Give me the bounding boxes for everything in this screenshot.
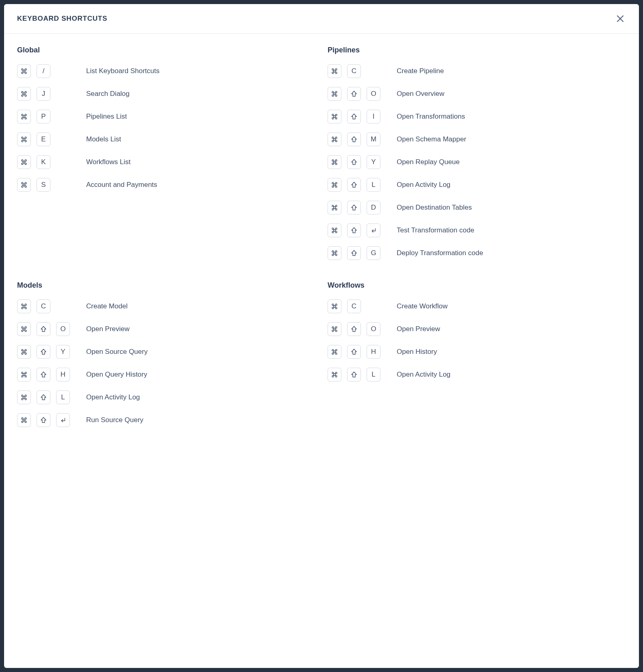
section-title: Pipelines xyxy=(328,46,626,54)
shortcut-list: CCreate WorkflowOOpen PreviewHOpen Histo… xyxy=(328,299,626,382)
cmd-icon xyxy=(331,227,338,234)
shortcut-list: /List Keyboard ShortcutsJSearch DialogPP… xyxy=(17,64,315,192)
key-combo: O xyxy=(17,322,86,336)
cmd-key-icon xyxy=(17,413,31,427)
section-title: Global xyxy=(17,46,315,54)
shortcut-row: LOpen Activity Log xyxy=(17,390,315,404)
shortcut-row: EModels List xyxy=(17,132,315,146)
shortcut-description: Workflows List xyxy=(86,158,130,166)
key-J: J xyxy=(37,87,50,101)
shortcut-description: Open History xyxy=(397,348,437,356)
key-L: L xyxy=(56,390,70,404)
shortcut-row: OOpen Overview xyxy=(328,87,626,101)
key-C: C xyxy=(37,299,50,313)
shortcut-description: Create Workflow xyxy=(397,302,447,310)
cmd-key-icon xyxy=(17,368,31,382)
cmd-key-icon xyxy=(17,64,31,78)
cmd-icon xyxy=(331,136,338,143)
shortcut-row: OOpen Preview xyxy=(17,322,315,336)
shift-key-icon xyxy=(37,322,50,336)
cmd-icon xyxy=(331,325,338,333)
shift-key-icon xyxy=(37,390,50,404)
modal-header: KEYBOARD SHORTCUTS xyxy=(4,4,639,34)
shortcut-row: YOpen Replay Queue xyxy=(328,155,626,169)
key-combo: P xyxy=(17,110,86,124)
cmd-icon xyxy=(20,90,28,98)
shift-icon xyxy=(350,249,358,257)
shortcut-description: Pipelines List xyxy=(86,113,127,121)
shortcut-row: LOpen Activity Log xyxy=(328,178,626,192)
key-combo xyxy=(328,223,397,237)
section-title: Models xyxy=(17,281,315,290)
shortcut-description: Open Activity Log xyxy=(397,371,450,379)
cmd-icon xyxy=(331,303,338,310)
key-combo: Y xyxy=(17,345,86,359)
cmd-icon xyxy=(20,181,28,189)
cmd-key-icon xyxy=(17,178,31,192)
shortcut-row: SAccount and Payments xyxy=(17,178,315,192)
key-combo: Y xyxy=(328,155,397,169)
cmd-icon xyxy=(20,371,28,378)
key-combo: K xyxy=(17,155,86,169)
cmd-key-icon xyxy=(328,87,341,101)
shift-key-icon xyxy=(347,155,361,169)
shift-key-icon xyxy=(347,201,361,215)
shortcut-row: CCreate Model xyxy=(17,299,315,313)
key-combo: C xyxy=(328,299,397,313)
shift-icon xyxy=(350,158,358,166)
shift-key-icon xyxy=(347,132,361,146)
cmd-icon xyxy=(331,204,338,211)
shortcut-row: OOpen Preview xyxy=(328,322,626,336)
shift-icon xyxy=(350,348,358,356)
shift-key-icon xyxy=(347,322,361,336)
key-combo: O xyxy=(328,322,397,336)
cmd-icon xyxy=(20,416,28,424)
key-combo: D xyxy=(328,201,397,215)
key-combo: E xyxy=(17,132,86,146)
key-combo: J xyxy=(17,87,86,101)
shortcut-row: LOpen Activity Log xyxy=(328,368,626,382)
key-combo: L xyxy=(328,178,397,192)
enter-icon xyxy=(59,416,67,424)
close-button[interactable] xyxy=(615,13,626,24)
shortcut-description: Open Schema Mapper xyxy=(397,135,466,143)
shift-icon xyxy=(350,204,358,211)
shortcut-row: DOpen Destination Tables xyxy=(328,201,626,215)
shift-icon xyxy=(350,325,358,333)
cmd-icon xyxy=(20,136,28,143)
cmd-icon xyxy=(20,113,28,120)
shift-icon xyxy=(350,90,358,98)
key-Y: Y xyxy=(367,155,380,169)
cmd-icon xyxy=(20,348,28,356)
cmd-key-icon xyxy=(328,110,341,124)
shortcut-description: Open Destination Tables xyxy=(397,204,472,212)
shortcut-row: YOpen Source Query xyxy=(17,345,315,359)
cmd-key-icon xyxy=(328,178,341,192)
cmd-key-icon xyxy=(328,322,341,336)
cmd-key-icon xyxy=(17,132,31,146)
key-Y: Y xyxy=(56,345,70,359)
cmd-key-icon xyxy=(328,368,341,382)
shift-key-icon xyxy=(347,345,361,359)
shift-key-icon xyxy=(347,178,361,192)
shortcut-row: Run Source Query xyxy=(17,413,315,427)
shortcut-list: CCreate ModelOOpen PreviewYOpen Source Q… xyxy=(17,299,315,427)
cmd-icon xyxy=(331,90,338,98)
cmd-icon xyxy=(331,67,338,75)
key-C: C xyxy=(347,299,361,313)
shift-icon xyxy=(40,394,47,401)
shortcut-row: GDeploy Transformation code xyxy=(328,246,626,260)
modal-content: Global /List Keyboard ShortcutsJSearch D… xyxy=(4,34,639,440)
shortcut-description: List Keyboard Shortcuts xyxy=(86,67,159,75)
key-combo: G xyxy=(328,246,397,260)
cmd-key-icon xyxy=(17,390,31,404)
enter-key-icon xyxy=(56,413,70,427)
shortcut-description: Open Overview xyxy=(397,90,444,98)
cmd-icon xyxy=(331,181,338,189)
shortcut-description: Open Transformations xyxy=(397,113,465,121)
shortcut-description: Deploy Transformation code xyxy=(397,249,483,257)
shift-icon xyxy=(350,136,358,143)
shift-icon xyxy=(350,113,358,120)
cmd-icon xyxy=(331,371,338,378)
cmd-icon xyxy=(331,348,338,356)
